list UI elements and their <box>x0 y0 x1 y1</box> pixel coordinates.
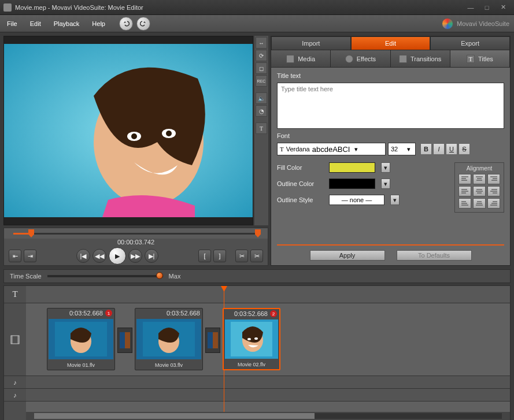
outline-color-swatch[interactable] <box>329 179 375 189</box>
seek-end-marker[interactable] <box>255 229 261 237</box>
subtab-transitions[interactable]: Transitions <box>391 50 450 67</box>
clip-3[interactable]: 0:03:52.6682 Movie 02.flv <box>223 308 280 370</box>
subtab-media[interactable]: Media <box>271 50 331 67</box>
clip-2[interactable]: 0:03:52.668 Movie 03.flv <box>135 308 203 370</box>
align-mid-right[interactable] <box>487 186 500 196</box>
timeline-scrollbar[interactable] <box>26 412 510 420</box>
align-mid-left[interactable] <box>458 186 471 196</box>
crop-tool[interactable]: ◻ <box>256 62 267 74</box>
align-top-right[interactable] <box>487 174 500 184</box>
font-name-value: Verdana <box>286 146 310 153</box>
tab-import[interactable]: Import <box>271 36 351 50</box>
right-panel: Import Edit Export Media Effects Transit… <box>271 36 511 266</box>
subtab-effects[interactable]: Effects <box>331 50 390 67</box>
subtab-titles[interactable]: TTitles <box>450 50 510 67</box>
clip-time: 0:03:52.668 <box>234 310 268 317</box>
track-head-video[interactable] <box>4 303 26 376</box>
clip-name: Movie 02.flv <box>224 360 279 369</box>
align-top-center[interactable] <box>473 174 486 184</box>
clip-thumb <box>225 319 278 359</box>
bold-button[interactable]: B <box>420 143 432 155</box>
strike-button[interactable]: S <box>458 143 470 155</box>
mark-in-button[interactable]: ⇤ <box>9 250 21 262</box>
chevron-down-icon: ▾ <box>352 146 360 153</box>
menu-help[interactable]: Help <box>90 19 108 28</box>
menu-edit[interactable]: Edit <box>28 19 43 28</box>
underline-button[interactable]: U <box>446 143 457 155</box>
track-head-audio-1[interactable]: ♪ <box>4 376 26 389</box>
clip-1[interactable]: 0:03:52.6681 Movie 01.flv <box>47 308 115 370</box>
time-scale-knob[interactable] <box>156 272 163 279</box>
clip-time: 0:03:52.668 <box>167 310 200 317</box>
cut-button[interactable]: ✂ <box>235 250 248 262</box>
font-sample: abcdeABCI <box>312 145 350 154</box>
menu-file[interactable]: File <box>5 19 20 28</box>
timeline: T ♪ ♪ 0:03:52.6681 Movie 01.flv 0:03:52.… <box>3 285 511 420</box>
fill-color-swatch[interactable] <box>329 162 375 173</box>
subtab-effects-label: Effects <box>357 55 376 62</box>
fill-color-label: Fill Color <box>277 164 323 171</box>
align-mid-center[interactable] <box>473 186 486 196</box>
menu-playback[interactable]: Playback <box>51 19 82 28</box>
redo-button[interactable] <box>136 17 150 31</box>
maximize-button[interactable]: □ <box>479 2 494 13</box>
transition-1[interactable] <box>117 328 132 353</box>
skip-end-button[interactable]: ▶| <box>145 249 158 263</box>
mark-out-button[interactable]: ⇥ <box>24 250 36 262</box>
record-tool[interactable]: REC <box>256 75 267 87</box>
seek-handle[interactable] <box>28 229 34 237</box>
align-top-left[interactable] <box>458 174 471 184</box>
align-bot-right[interactable] <box>487 198 500 209</box>
fill-color-dropdown[interactable]: ▾ <box>381 162 390 173</box>
preview-viewport[interactable] <box>3 36 253 225</box>
razor-button[interactable]: ✂ <box>250 250 263 262</box>
skip-start-button[interactable]: |◀ <box>76 249 90 263</box>
scrollbar-thumb[interactable] <box>34 413 315 419</box>
font-size-value: 32 <box>391 146 398 153</box>
align-bot-left[interactable] <box>458 198 471 209</box>
volume-tool[interactable]: 🔈 <box>256 92 267 104</box>
time-scale-slider[interactable] <box>47 275 163 277</box>
time-scale-bar: Time Scale Max <box>3 269 511 283</box>
bracket-right-button[interactable]: ] <box>213 250 226 262</box>
apply-button[interactable]: Apply <box>310 250 385 261</box>
fast-forward-button[interactable]: ▶▶ <box>128 249 142 263</box>
tab-export[interactable]: Export <box>430 36 510 50</box>
bracket-left-button[interactable]: [ <box>198 250 211 262</box>
window-titlebar: Movie.mep - Movavi VideoSuite: Movie Edi… <box>0 0 514 15</box>
track-head-audio-2[interactable]: ♪ <box>4 389 26 402</box>
track-head-title[interactable]: T <box>4 286 26 303</box>
time-scale-label: Time Scale <box>10 273 42 280</box>
transition-2[interactable] <box>205 328 220 353</box>
subtab-media-label: Media <box>298 55 315 62</box>
tab-edit[interactable]: Edit <box>351 36 431 50</box>
outline-style-dropdown[interactable]: ▾ <box>390 195 400 205</box>
outline-style-label: Outline Style <box>277 196 323 203</box>
transitions-icon <box>399 55 407 63</box>
clip-thumb <box>136 319 201 359</box>
italic-button[interactable]: I <box>433 143 445 155</box>
outline-style-select[interactable]: — none — <box>329 195 384 205</box>
title-text-input[interactable] <box>277 83 504 129</box>
minimize-button[interactable]: — <box>463 2 478 13</box>
brand: Movavi VideoSuite <box>442 18 509 29</box>
close-button[interactable]: ✕ <box>495 2 511 13</box>
undo-button[interactable] <box>119 17 133 31</box>
outline-color-dropdown[interactable]: ▾ <box>381 179 390 189</box>
history-tool[interactable]: ◔ <box>256 105 267 117</box>
play-button[interactable]: ▶ <box>109 247 126 265</box>
move-tool[interactable]: ↔ <box>256 37 267 49</box>
title-text-label: Title text <box>277 72 504 79</box>
rotate-tool[interactable]: ⟳ <box>256 50 267 61</box>
font-size-select[interactable]: 32 ▾ <box>388 143 416 155</box>
timeline-body[interactable]: 0:03:52.6681 Movie 01.flv 0:03:52.668 Mo… <box>26 286 510 420</box>
seek-bar[interactable] <box>4 228 268 239</box>
clip-name: Movie 01.flv <box>47 360 114 370</box>
align-bot-center[interactable] <box>473 198 486 209</box>
clip-thumb <box>49 319 113 359</box>
text-tool[interactable]: T <box>256 122 267 134</box>
svg-point-5 <box>166 131 172 136</box>
rewind-button[interactable]: ◀◀ <box>93 249 106 263</box>
font-family-select[interactable]: T Verdana abcdeABCI ▾ <box>277 143 386 155</box>
to-defaults-button[interactable]: To Defaults <box>397 250 472 261</box>
